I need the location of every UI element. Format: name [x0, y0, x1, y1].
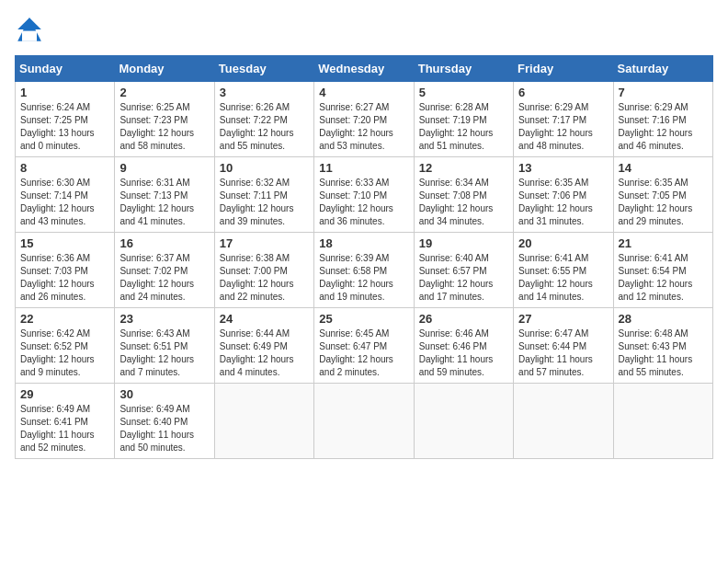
calendar-header-row: SundayMondayTuesdayWednesdayThursdayFrid… [16, 56, 713, 82]
day-cell: 30Sunrise: 6:49 AM Sunset: 6:40 PM Dayli… [115, 384, 214, 459]
day-info: Sunrise: 6:44 AM Sunset: 6:49 PM Dayligh… [220, 327, 309, 379]
day-cell: 5Sunrise: 6:28 AM Sunset: 7:19 PM Daylig… [414, 82, 513, 157]
calendar-table: SundayMondayTuesdayWednesdayThursdayFrid… [15, 55, 713, 459]
day-number: 1 [20, 86, 109, 99]
day-info: Sunrise: 6:33 AM Sunset: 7:10 PM Dayligh… [319, 177, 408, 228]
day-info: Sunrise: 6:45 AM Sunset: 6:47 PM Dayligh… [319, 327, 408, 379]
day-number: 3 [220, 86, 309, 99]
day-cell: 27Sunrise: 6:47 AM Sunset: 6:44 PM Dayli… [514, 308, 613, 384]
day-cell: 9Sunrise: 6:31 AM Sunset: 7:13 PM Daylig… [115, 157, 214, 233]
day-cell [514, 384, 613, 459]
day-number: 18 [319, 236, 408, 250]
week-row-0: 1Sunrise: 6:24 AM Sunset: 7:25 PM Daylig… [16, 82, 713, 157]
day-number: 5 [419, 86, 508, 99]
day-cell: 18Sunrise: 6:39 AM Sunset: 6:58 PM Dayli… [314, 233, 414, 308]
day-cell: 13Sunrise: 6:35 AM Sunset: 7:06 PM Dayli… [514, 157, 613, 233]
day-number: 6 [518, 86, 608, 99]
day-cell: 4Sunrise: 6:27 AM Sunset: 7:20 PM Daylig… [314, 82, 414, 157]
day-info: Sunrise: 6:28 AM Sunset: 7:19 PM Dayligh… [419, 101, 508, 153]
day-cell: 22Sunrise: 6:42 AM Sunset: 6:52 PM Dayli… [16, 308, 115, 384]
day-number: 4 [319, 86, 408, 99]
day-info: Sunrise: 6:34 AM Sunset: 7:08 PM Dayligh… [419, 177, 508, 228]
day-number: 13 [518, 161, 608, 175]
day-info: Sunrise: 6:26 AM Sunset: 7:22 PM Dayligh… [220, 101, 309, 153]
day-info: Sunrise: 6:24 AM Sunset: 7:25 PM Dayligh… [20, 101, 109, 153]
day-cell: 14Sunrise: 6:35 AM Sunset: 7:05 PM Dayli… [613, 157, 712, 233]
header-friday: Friday [514, 56, 613, 82]
day-number: 26 [419, 312, 508, 326]
header-sunday: Sunday [16, 56, 115, 82]
day-info: Sunrise: 6:43 AM Sunset: 6:51 PM Dayligh… [119, 327, 209, 379]
logo [15, 15, 48, 44]
day-cell: 23Sunrise: 6:43 AM Sunset: 6:51 PM Dayli… [115, 308, 214, 384]
day-info: Sunrise: 6:29 AM Sunset: 7:17 PM Dayligh… [518, 101, 608, 153]
day-cell [214, 384, 313, 459]
header-thursday: Thursday [414, 56, 513, 82]
logo-icon [15, 15, 44, 44]
day-cell: 25Sunrise: 6:45 AM Sunset: 6:47 PM Dayli… [314, 308, 414, 384]
day-cell: 19Sunrise: 6:40 AM Sunset: 6:57 PM Dayli… [414, 233, 513, 308]
day-info: Sunrise: 6:40 AM Sunset: 6:57 PM Dayligh… [419, 252, 508, 304]
day-cell [414, 384, 513, 459]
day-cell: 12Sunrise: 6:34 AM Sunset: 7:08 PM Dayli… [414, 157, 513, 233]
day-info: Sunrise: 6:31 AM Sunset: 7:13 PM Dayligh… [119, 177, 209, 228]
day-number: 14 [619, 161, 708, 175]
day-number: 28 [619, 312, 708, 326]
header-monday: Monday [115, 56, 214, 82]
day-number: 15 [20, 236, 109, 250]
day-cell: 28Sunrise: 6:48 AM Sunset: 6:43 PM Dayli… [613, 308, 712, 384]
day-info: Sunrise: 6:35 AM Sunset: 7:05 PM Dayligh… [619, 177, 708, 228]
day-info: Sunrise: 6:49 AM Sunset: 6:40 PM Dayligh… [119, 403, 209, 454]
day-number: 22 [20, 312, 109, 326]
day-cell: 24Sunrise: 6:44 AM Sunset: 6:49 PM Dayli… [214, 308, 313, 384]
day-number: 19 [419, 236, 508, 250]
day-number: 17 [220, 236, 309, 250]
day-number: 27 [518, 312, 608, 326]
week-row-1: 8Sunrise: 6:30 AM Sunset: 7:14 PM Daylig… [16, 157, 713, 233]
day-number: 2 [119, 86, 209, 99]
page-header [15, 15, 713, 44]
week-row-4: 29Sunrise: 6:49 AM Sunset: 6:41 PM Dayli… [16, 384, 713, 459]
header-saturday: Saturday [613, 56, 712, 82]
day-info: Sunrise: 6:36 AM Sunset: 7:03 PM Dayligh… [20, 252, 109, 304]
day-info: Sunrise: 6:35 AM Sunset: 7:06 PM Dayligh… [518, 177, 608, 228]
day-cell: 2Sunrise: 6:25 AM Sunset: 7:23 PM Daylig… [115, 82, 214, 157]
day-info: Sunrise: 6:49 AM Sunset: 6:41 PM Dayligh… [20, 403, 109, 454]
day-info: Sunrise: 6:32 AM Sunset: 7:11 PM Dayligh… [220, 177, 309, 228]
day-number: 30 [119, 387, 209, 401]
day-info: Sunrise: 6:47 AM Sunset: 6:44 PM Dayligh… [518, 327, 608, 379]
day-cell: 15Sunrise: 6:36 AM Sunset: 7:03 PM Dayli… [16, 233, 115, 308]
header-tuesday: Tuesday [214, 56, 313, 82]
day-number: 29 [20, 387, 109, 401]
day-cell: 16Sunrise: 6:37 AM Sunset: 7:02 PM Dayli… [115, 233, 214, 308]
day-cell: 3Sunrise: 6:26 AM Sunset: 7:22 PM Daylig… [214, 82, 313, 157]
day-number: 24 [220, 312, 309, 326]
week-row-2: 15Sunrise: 6:36 AM Sunset: 7:03 PM Dayli… [16, 233, 713, 308]
day-number: 7 [619, 86, 708, 99]
header-wednesday: Wednesday [314, 56, 414, 82]
day-cell: 6Sunrise: 6:29 AM Sunset: 7:17 PM Daylig… [514, 82, 613, 157]
day-info: Sunrise: 6:30 AM Sunset: 7:14 PM Dayligh… [20, 177, 109, 228]
day-info: Sunrise: 6:48 AM Sunset: 6:43 PM Dayligh… [619, 327, 708, 379]
day-cell: 10Sunrise: 6:32 AM Sunset: 7:11 PM Dayli… [214, 157, 313, 233]
day-cell: 20Sunrise: 6:41 AM Sunset: 6:55 PM Dayli… [514, 233, 613, 308]
day-cell: 8Sunrise: 6:30 AM Sunset: 7:14 PM Daylig… [16, 157, 115, 233]
day-info: Sunrise: 6:38 AM Sunset: 7:00 PM Dayligh… [220, 252, 309, 304]
svg-marker-3 [17, 17, 41, 29]
day-cell: 7Sunrise: 6:29 AM Sunset: 7:16 PM Daylig… [613, 82, 712, 157]
day-info: Sunrise: 6:46 AM Sunset: 6:46 PM Dayligh… [419, 327, 508, 379]
day-cell: 17Sunrise: 6:38 AM Sunset: 7:00 PM Dayli… [214, 233, 313, 308]
day-number: 9 [119, 161, 209, 175]
day-number: 11 [319, 161, 408, 175]
day-cell: 1Sunrise: 6:24 AM Sunset: 7:25 PM Daylig… [16, 82, 115, 157]
day-info: Sunrise: 6:27 AM Sunset: 7:20 PM Dayligh… [319, 101, 408, 153]
day-info: Sunrise: 6:41 AM Sunset: 6:55 PM Dayligh… [518, 252, 608, 304]
day-number: 20 [518, 236, 608, 250]
day-info: Sunrise: 6:25 AM Sunset: 7:23 PM Dayligh… [119, 101, 209, 153]
day-info: Sunrise: 6:41 AM Sunset: 6:54 PM Dayligh… [619, 252, 708, 304]
day-info: Sunrise: 6:39 AM Sunset: 6:58 PM Dayligh… [319, 252, 408, 304]
day-number: 25 [319, 312, 408, 326]
day-number: 23 [119, 312, 209, 326]
day-number: 10 [220, 161, 309, 175]
day-cell: 29Sunrise: 6:49 AM Sunset: 6:41 PM Dayli… [16, 384, 115, 459]
